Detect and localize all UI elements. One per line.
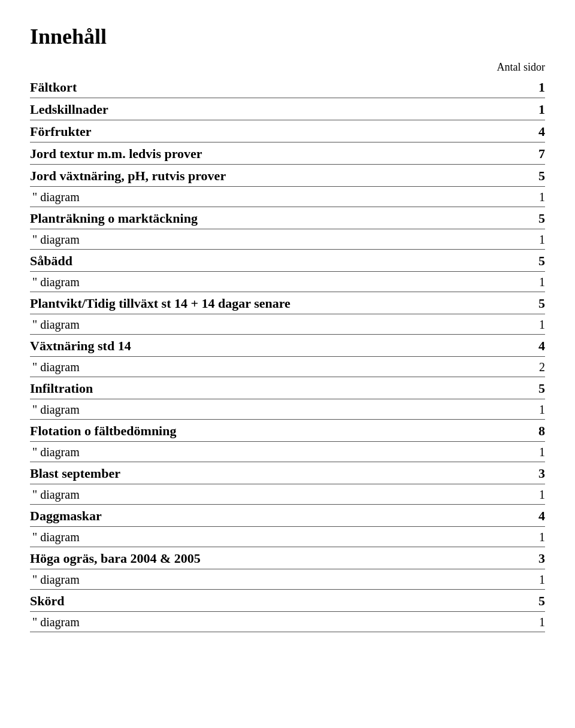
toc-label: Fältkort <box>30 76 468 98</box>
toc-label: " diagram <box>30 527 468 547</box>
toc-number: 1 <box>468 187 545 207</box>
toc-row: " diagram1 <box>30 484 545 505</box>
toc-label: Växtnäring std 14 <box>30 335 468 357</box>
page-title: Innehåll <box>30 24 545 49</box>
toc-label: Ledskillnader <box>30 98 468 120</box>
toc-label: " diagram <box>30 569 468 590</box>
toc-row: Fältkort1 <box>30 76 545 98</box>
toc-label: " diagram <box>30 442 468 462</box>
toc-number: 1 <box>468 98 545 120</box>
toc-number: 1 <box>468 399 545 420</box>
toc-number: 1 <box>468 484 545 505</box>
toc-row: " diagram2 <box>30 357 545 377</box>
toc-number: 1 <box>468 442 545 462</box>
toc-row: Förfrukter4 <box>30 120 545 142</box>
toc-row: Ledskillnader1 <box>30 98 545 120</box>
toc-number: 1 <box>468 527 545 547</box>
toc-row: " diagram1 <box>30 272 545 292</box>
toc-label: Höga ogräs, bara 2004 & 2005 <box>30 547 468 569</box>
toc-label: " diagram <box>30 399 468 420</box>
toc-number: 5 <box>468 377 545 399</box>
toc-label: " diagram <box>30 272 468 292</box>
toc-label: " diagram <box>30 314 468 335</box>
toc-label: Infiltration <box>30 377 468 399</box>
toc-row: " diagram1 <box>30 527 545 547</box>
toc-number: 1 <box>468 229 545 250</box>
toc-row: Blast september3 <box>30 462 545 484</box>
toc-number: 1 <box>468 76 545 98</box>
toc-number: 3 <box>468 547 545 569</box>
toc-row: Flotation o fältbedömning8 <box>30 420 545 442</box>
toc-table: Fältkort1Ledskillnader1Förfrukter4Jord t… <box>30 76 545 632</box>
toc-number: 1 <box>468 569 545 590</box>
toc-label: Såbädd <box>30 250 468 272</box>
toc-label: Planträkning o marktäckning <box>30 207 468 229</box>
toc-row: Plantvikt/Tidig tillväxt st 14 + 14 daga… <box>30 292 545 314</box>
toc-number: 4 <box>468 505 545 527</box>
toc-number: 1 <box>468 314 545 335</box>
toc-row: Daggmaskar4 <box>30 505 545 527</box>
toc-row: " diagram1 <box>30 187 545 207</box>
toc-row: Höga ogräs, bara 2004 & 20053 <box>30 547 545 569</box>
toc-row: " diagram1 <box>30 229 545 250</box>
toc-number: 4 <box>468 335 545 357</box>
toc-label: Blast september <box>30 462 468 484</box>
toc-row: Växtnäring std 144 <box>30 335 545 357</box>
toc-label: Jord växtnäring, pH, rutvis prover <box>30 165 468 187</box>
toc-label: Skörd <box>30 590 468 612</box>
toc-number: 5 <box>468 292 545 314</box>
toc-row: " diagram1 <box>30 399 545 420</box>
toc-row: " diagram1 <box>30 569 545 590</box>
toc-number: 5 <box>468 590 545 612</box>
toc-number: 5 <box>468 165 545 187</box>
toc-label: Daggmaskar <box>30 505 468 527</box>
toc-label: Jord textur m.m. ledvis prover <box>30 142 468 165</box>
toc-row: Planträkning o marktäckning5 <box>30 207 545 229</box>
toc-row: " diagram1 <box>30 314 545 335</box>
toc-row: " diagram1 <box>30 612 545 632</box>
toc-row: Infiltration5 <box>30 377 545 399</box>
toc-row: Såbädd5 <box>30 250 545 272</box>
toc-label: " diagram <box>30 357 468 377</box>
toc-number: 8 <box>468 420 545 442</box>
toc-number: 1 <box>468 272 545 292</box>
toc-row: Skörd5 <box>30 590 545 612</box>
toc-number: 5 <box>468 250 545 272</box>
toc-number: 7 <box>468 142 545 165</box>
toc-row: " diagram1 <box>30 442 545 462</box>
toc-label: Plantvikt/Tidig tillväxt st 14 + 14 daga… <box>30 292 468 314</box>
toc-number: 5 <box>468 207 545 229</box>
toc-row: Jord växtnäring, pH, rutvis prover5 <box>30 165 545 187</box>
toc-label: Förfrukter <box>30 120 468 142</box>
toc-number: 1 <box>468 612 545 632</box>
toc-number: 3 <box>468 462 545 484</box>
toc-label: Flotation o fältbedömning <box>30 420 468 442</box>
toc-label: " diagram <box>30 484 468 505</box>
toc-number: 4 <box>468 120 545 142</box>
toc-number: 2 <box>468 357 545 377</box>
toc-label: " diagram <box>30 612 468 632</box>
header-label: Antal sidor <box>473 61 545 74</box>
toc-row: Jord textur m.m. ledvis prover7 <box>30 142 545 165</box>
toc-label: " diagram <box>30 229 468 250</box>
toc-label: " diagram <box>30 187 468 207</box>
